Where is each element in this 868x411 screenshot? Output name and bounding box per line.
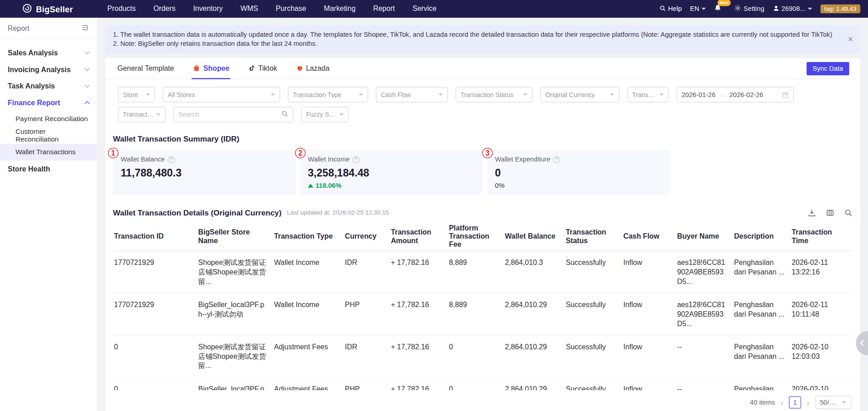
tab-label: Tiktok — [258, 64, 277, 72]
help-icon[interactable] — [353, 156, 360, 163]
column-header-transaction-amount: Transaction Amount — [390, 221, 448, 251]
nav-item-marketing[interactable]: Marketing — [315, 0, 364, 18]
summary-card-label-row: Wallet Balance — [121, 156, 288, 163]
sidebar-item-store-health[interactable]: Store Health — [0, 161, 97, 177]
page-size-select[interactable]: 50/Page — [815, 396, 852, 409]
cell-wallet-balance: 2,864,010.3 — [504, 251, 564, 293]
current-page[interactable]: 1 — [789, 396, 801, 409]
filter-original-currency[interactable]: Original Currency — [540, 87, 619, 103]
nav-item-report[interactable]: Report — [364, 0, 404, 18]
annotation-3: 3 — [482, 148, 493, 158]
cell-transaction-status: Successfully — [565, 251, 623, 293]
total-items: 40 items — [750, 398, 775, 406]
sidebar-item-payment-reconciliation[interactable]: Payment Reconciliation — [0, 111, 97, 127]
chevron-down-icon — [146, 93, 150, 98]
column-header-bigseller-store-name: BigSeller Store Name — [197, 221, 273, 251]
cell-currency: IDR — [344, 251, 390, 293]
sidebar-item-task-analysis[interactable]: Task Analysis — [0, 78, 97, 94]
date-start: 2026-01-26 — [682, 91, 716, 98]
account-label: 26908... — [781, 5, 805, 13]
notifications-button[interactable]: New — [714, 5, 721, 14]
tab-label: Lazada — [306, 64, 329, 72]
columns-icon[interactable] — [826, 208, 834, 216]
filter-transact[interactable]: Transact... — [627, 87, 669, 103]
cell-transaction-status: Successfully — [565, 293, 623, 335]
sidebar-header: Report — [0, 18, 97, 40]
chevron-down-icon — [271, 93, 275, 98]
navbar-right: Help EN New Setting 26908... tag: 1.49.4… — [659, 5, 860, 14]
cell-transaction-id: 0 — [113, 335, 197, 377]
nav-item-wms[interactable]: WMS — [231, 0, 267, 18]
filter-store[interactable]: Store — [118, 87, 155, 103]
search-field-select[interactable]: Transaction ID — [118, 107, 166, 122]
collapse-sidebar-icon[interactable] — [81, 24, 89, 33]
filter-row-2: Transaction ID Fuzzy Search — [118, 107, 848, 122]
column-header-transaction-type: Transaction Type — [273, 221, 344, 251]
nav-item-orders[interactable]: Orders — [145, 0, 185, 18]
nav-item-products[interactable]: Products — [98, 0, 145, 18]
sidebar-item-finance-report[interactable]: Finance Report — [0, 94, 97, 111]
filter-cash-flow[interactable]: Cash Flow — [376, 87, 448, 103]
sidebar-item-wallet-transactions[interactable]: Wallet Transactions — [0, 144, 97, 161]
summary-title: Wallet Transaction Summary (IDR) — [105, 134, 860, 143]
chevron-down-icon — [156, 113, 161, 118]
language-select[interactable]: EN — [690, 5, 706, 13]
cell-transaction-id: 0 — [113, 377, 197, 390]
table-search-icon[interactable] — [844, 208, 853, 216]
cell-buyer-name: aes128!6CC81902A9BE8593D5... — [676, 251, 733, 293]
prev-page-button[interactable]: ‹ — [780, 398, 785, 406]
fuzzy-search-select[interactable]: Fuzzy Search — [301, 107, 349, 122]
tab-lazada[interactable]: Lazada — [295, 58, 331, 79]
tab-general-template[interactable]: General Template — [116, 58, 175, 79]
search-box — [173, 107, 294, 122]
account-button[interactable]: 26908... — [773, 5, 812, 13]
filter-transaction-type[interactable]: Transaction Type — [288, 87, 368, 103]
sidebar-item-label: Wallet Transactions — [15, 148, 76, 156]
platform-tabs: General TemplateShopeeTiktokLazadaSync D… — [105, 58, 860, 79]
cell-transaction-id: 1770721929 — [113, 251, 197, 293]
sidebar-item-invoicing-analysis[interactable]: Invoicing Analysis — [0, 61, 97, 78]
summary-card-wallet-balance: 1Wallet Balance11,788,480.3 — [113, 150, 296, 195]
nav-item-inventory[interactable]: Inventory — [184, 0, 231, 18]
search-input[interactable] — [178, 111, 281, 118]
summary-card-label: Wallet Income — [308, 156, 349, 163]
cell-transaction-type: Wallet Income — [273, 293, 344, 335]
summary-card-delta: 0% — [495, 181, 662, 189]
cell-bigseller-store-name: BigSeller_local3PF.ph--yl-测试勿动 — [197, 377, 273, 390]
brand[interactable]: BigSeller — [22, 3, 73, 15]
fuzzy-search-label: Fuzzy Search — [306, 111, 337, 118]
summary-card-label-row: Wallet Expenditure — [495, 156, 662, 163]
help-icon[interactable] — [167, 156, 175, 163]
date-range-picker[interactable]: 2026-01-26→2026-02-26 — [677, 87, 794, 103]
nav-item-service[interactable]: Service — [404, 0, 446, 18]
sidebar-item-customer-reconciliation[interactable]: Customer Reconciliation — [0, 127, 97, 144]
column-header-transaction-time: Transaction Time — [790, 221, 853, 251]
details-title: Wallet Transaction Details (Original Cur… — [113, 208, 281, 217]
calendar-icon — [782, 91, 789, 98]
tab-tiktok[interactable]: Tiktok — [247, 58, 279, 79]
cell-platform-transaction-fee: 0 — [448, 377, 504, 390]
chevron-down-icon — [659, 93, 664, 98]
help-icon[interactable] — [553, 156, 560, 163]
search-icon[interactable] — [281, 110, 289, 119]
nav-item-purchase[interactable]: Purchase — [267, 0, 315, 18]
sidebar-item-sales-analysis[interactable]: Sales Analysis — [0, 44, 97, 61]
help-button[interactable]: Help — [659, 5, 682, 13]
language-label: EN — [690, 5, 699, 13]
cell-transaction-amount: + 17,782.16 — [390, 335, 448, 377]
next-page-button[interactable]: › — [805, 398, 810, 406]
cell-buyer-name: aes128!6CC81902A9BE8593D5... — [676, 293, 733, 335]
filter-transaction-status[interactable]: Transaction Status — [456, 87, 533, 103]
sync-data-button[interactable]: Sync Data — [806, 62, 849, 75]
shopee-icon — [193, 64, 201, 72]
tab-shopee[interactable]: Shopee — [192, 58, 230, 79]
brand-name: BigSeller — [36, 4, 73, 14]
top-navbar: BigSeller ProductsOrdersInventoryWMSPurc… — [0, 0, 868, 18]
main-nav: ProductsOrdersInventoryWMSPurchaseMarket… — [98, 0, 446, 18]
settings-button[interactable]: Setting — [734, 5, 764, 14]
filter-all-stores[interactable]: All Stores — [163, 87, 280, 103]
banner-close-icon[interactable]: × — [848, 34, 853, 44]
banner-line1: 1. The wallet transaction data is automa… — [113, 30, 842, 39]
filter-label: Transaction Type — [293, 91, 341, 98]
download-icon[interactable] — [808, 208, 816, 216]
